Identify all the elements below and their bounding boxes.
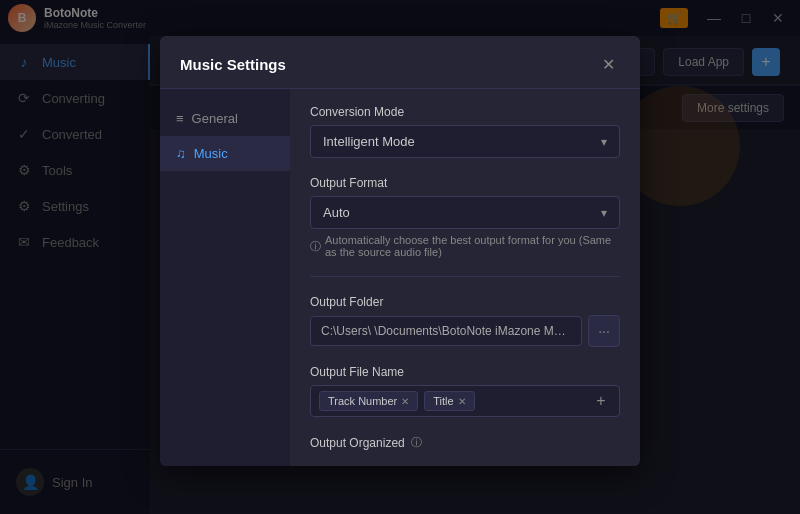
folder-browse-button[interactable]: ··· xyxy=(588,315,620,347)
tag-track-number-label: Track Number xyxy=(328,395,397,407)
general-nav-icon: ≡ xyxy=(176,111,184,126)
conversion-mode-dropdown[interactable]: Intelligent Mode ▾ xyxy=(310,125,620,158)
output-format-group: Output Format Auto ▾ ⓘ Automatically cho… xyxy=(310,176,620,258)
folder-input-row: C:\Users\ \Documents\BotoNote iMazone Mu… xyxy=(310,315,620,347)
conversion-mode-value: Intelligent Mode xyxy=(323,134,415,149)
music-nav-icon: ♫ xyxy=(176,146,186,161)
tag-title-remove[interactable]: ✕ xyxy=(458,396,466,407)
output-filename-group: Output File Name Track Number ✕ Title ✕ … xyxy=(310,365,620,417)
divider xyxy=(310,276,620,277)
tag-track-number: Track Number ✕ xyxy=(319,391,418,411)
modal-overlay: Music Settings ✕ ≡ General ♫ Music xyxy=(0,0,800,514)
app-window: B BotoNote iMazone Music Converter 🛒 — □… xyxy=(0,0,800,514)
modal-body: ≡ General ♫ Music Conversion Mode Intell… xyxy=(160,89,640,466)
output-organized-info-icon[interactable]: ⓘ xyxy=(411,435,422,450)
tag-title: Title ✕ xyxy=(424,391,474,411)
hint-info-icon: ⓘ xyxy=(310,239,321,254)
output-format-arrow: ▾ xyxy=(601,206,607,220)
output-folder-input[interactable]: C:\Users\ \Documents\BotoNote iMazone Mu… xyxy=(310,316,582,346)
conversion-mode-label: Conversion Mode xyxy=(310,105,620,119)
modal-content: Conversion Mode Intelligent Mode ▾ Outpu… xyxy=(290,89,640,466)
conversion-mode-arrow: ▾ xyxy=(601,135,607,149)
output-filename-label: Output File Name xyxy=(310,365,620,379)
output-format-hint: ⓘ Automatically choose the best output f… xyxy=(310,234,620,258)
output-format-dropdown[interactable]: Auto ▾ xyxy=(310,196,620,229)
output-folder-group: Output Folder C:\Users\ \Documents\BotoN… xyxy=(310,295,620,347)
modal-nav-music[interactable]: ♫ Music xyxy=(160,136,290,171)
tag-title-label: Title xyxy=(433,395,453,407)
modal-close-button[interactable]: ✕ xyxy=(596,52,620,76)
hint-text-content: Automatically choose the best output for… xyxy=(325,234,620,258)
modal-sidebar: ≡ General ♫ Music xyxy=(160,89,290,466)
output-organized-label: Output Organized xyxy=(310,436,405,450)
modal-header: Music Settings ✕ xyxy=(160,36,640,89)
tag-track-number-remove[interactable]: ✕ xyxy=(401,396,409,407)
tags-add-button[interactable]: + xyxy=(591,391,611,411)
settings-modal: Music Settings ✕ ≡ General ♫ Music xyxy=(160,36,640,466)
output-organized-row: Output Organized ⓘ xyxy=(310,435,620,450)
output-filename-tags: Track Number ✕ Title ✕ + xyxy=(310,385,620,417)
modal-title: Music Settings xyxy=(180,56,286,73)
modal-nav-general-label: General xyxy=(192,111,238,126)
modal-nav-general[interactable]: ≡ General xyxy=(160,101,290,136)
output-format-field-value: Auto xyxy=(323,205,350,220)
conversion-mode-group: Conversion Mode Intelligent Mode ▾ xyxy=(310,105,620,158)
output-format-field-label: Output Format xyxy=(310,176,620,190)
output-folder-field-label: Output Folder xyxy=(310,295,620,309)
modal-nav-music-label: Music xyxy=(194,146,228,161)
